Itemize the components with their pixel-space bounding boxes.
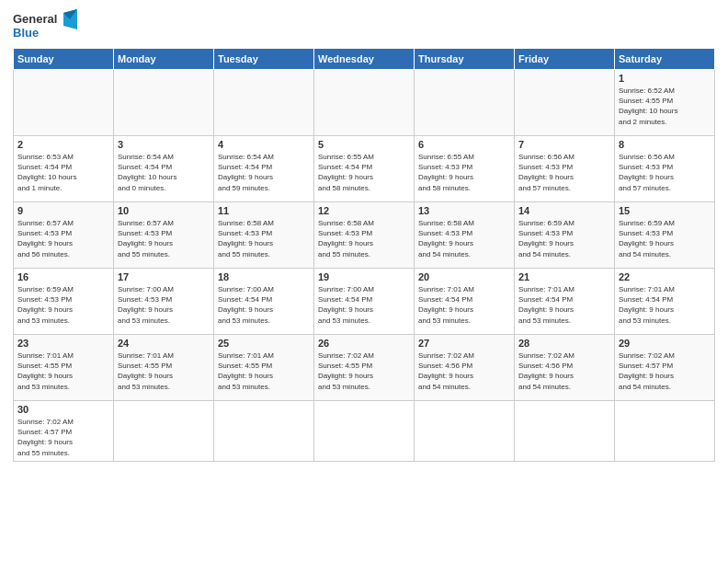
day-info: Sunrise: 7:01 AM Sunset: 4:55 PM Dayligh… <box>218 350 310 392</box>
day-number: 23 <box>17 338 109 349</box>
calendar-cell: 9Sunrise: 6:57 AM Sunset: 4:53 PM Daylig… <box>14 202 114 269</box>
svg-text:Blue: Blue <box>13 26 39 40</box>
calendar-week-row: 1Sunrise: 6:52 AM Sunset: 4:55 PM Daylig… <box>14 70 715 136</box>
day-number: 22 <box>619 271 711 282</box>
day-info: Sunrise: 6:53 AM Sunset: 4:54 PM Dayligh… <box>17 152 109 193</box>
day-info: Sunrise: 7:01 AM Sunset: 4:55 PM Dayligh… <box>118 350 210 392</box>
calendar-cell: 8Sunrise: 6:56 AM Sunset: 4:53 PM Daylig… <box>615 136 715 202</box>
calendar-cell: 21Sunrise: 7:01 AM Sunset: 4:54 PM Dayli… <box>515 269 615 335</box>
calendar-cell: 15Sunrise: 6:59 AM Sunset: 4:53 PM Dayli… <box>615 202 715 269</box>
weekday-header-friday: Friday <box>515 49 615 70</box>
day-info: Sunrise: 7:02 AM Sunset: 4:57 PM Dayligh… <box>619 350 711 392</box>
weekday-header-sunday: Sunday <box>14 49 114 70</box>
calendar-cell: 22Sunrise: 7:01 AM Sunset: 4:54 PM Dayli… <box>615 269 715 335</box>
day-number: 14 <box>518 205 610 216</box>
calendar-cell: 14Sunrise: 6:59 AM Sunset: 4:53 PM Dayli… <box>515 202 615 269</box>
calendar-cell: 19Sunrise: 7:00 AM Sunset: 4:54 PM Dayli… <box>314 269 415 335</box>
calendar-cell: 29Sunrise: 7:02 AM Sunset: 4:57 PM Dayli… <box>615 335 715 401</box>
calendar-cell: 10Sunrise: 6:57 AM Sunset: 4:53 PM Dayli… <box>114 202 214 269</box>
day-number: 19 <box>318 271 410 282</box>
day-info: Sunrise: 6:55 AM Sunset: 4:54 PM Dayligh… <box>318 152 410 193</box>
day-info: Sunrise: 6:54 AM Sunset: 4:54 PM Dayligh… <box>118 152 210 193</box>
day-number: 1 <box>619 73 711 84</box>
calendar-cell: 23Sunrise: 7:01 AM Sunset: 4:55 PM Dayli… <box>14 335 114 401</box>
calendar-cell: 30Sunrise: 7:02 AM Sunset: 4:57 PM Dayli… <box>14 401 114 462</box>
day-info: Sunrise: 6:57 AM Sunset: 4:53 PM Dayligh… <box>17 218 109 259</box>
weekday-header-row: SundayMondayTuesdayWednesdayThursdayFrid… <box>14 49 715 70</box>
calendar-cell <box>314 401 415 462</box>
day-number: 18 <box>218 271 310 282</box>
calendar-cell: 16Sunrise: 6:59 AM Sunset: 4:53 PM Dayli… <box>14 269 114 335</box>
day-number: 16 <box>17 271 109 282</box>
day-number: 21 <box>518 271 610 282</box>
calendar-cell: 24Sunrise: 7:01 AM Sunset: 4:55 PM Dayli… <box>114 335 214 401</box>
day-info: Sunrise: 6:58 AM Sunset: 4:53 PM Dayligh… <box>418 218 510 259</box>
day-info: Sunrise: 7:02 AM Sunset: 4:55 PM Dayligh… <box>318 350 410 392</box>
day-info: Sunrise: 7:01 AM Sunset: 4:54 PM Dayligh… <box>619 284 711 326</box>
day-info: Sunrise: 7:02 AM Sunset: 4:57 PM Dayligh… <box>17 417 109 458</box>
day-number: 12 <box>318 205 410 216</box>
day-info: Sunrise: 6:59 AM Sunset: 4:53 PM Dayligh… <box>619 218 711 259</box>
day-number: 13 <box>418 205 510 216</box>
day-number: 11 <box>218 205 310 216</box>
calendar-cell: 3Sunrise: 6:54 AM Sunset: 4:54 PM Daylig… <box>114 136 214 202</box>
calendar-week-row: 9Sunrise: 6:57 AM Sunset: 4:53 PM Daylig… <box>14 202 715 269</box>
calendar-cell: 1Sunrise: 6:52 AM Sunset: 4:55 PM Daylig… <box>615 70 715 136</box>
day-info: Sunrise: 6:57 AM Sunset: 4:53 PM Dayligh… <box>118 218 210 259</box>
calendar-cell: 17Sunrise: 7:00 AM Sunset: 4:53 PM Dayli… <box>114 269 214 335</box>
calendar-cell: 20Sunrise: 7:01 AM Sunset: 4:54 PM Dayli… <box>415 269 515 335</box>
calendar-week-row: 2Sunrise: 6:53 AM Sunset: 4:54 PM Daylig… <box>14 136 715 202</box>
calendar-cell: 4Sunrise: 6:54 AM Sunset: 4:54 PM Daylig… <box>214 136 314 202</box>
calendar-cell <box>415 401 515 462</box>
day-number: 3 <box>118 139 210 150</box>
calendar-cell <box>114 70 214 136</box>
weekday-header-saturday: Saturday <box>615 49 715 70</box>
calendar-cell <box>14 70 114 136</box>
day-info: Sunrise: 7:00 AM Sunset: 4:54 PM Dayligh… <box>218 284 310 326</box>
calendar-cell: 27Sunrise: 7:02 AM Sunset: 4:56 PM Dayli… <box>415 335 515 401</box>
calendar-week-row: 23Sunrise: 7:01 AM Sunset: 4:55 PM Dayli… <box>14 335 715 401</box>
day-info: Sunrise: 6:58 AM Sunset: 4:53 PM Dayligh… <box>218 218 310 259</box>
day-number: 2 <box>17 139 109 150</box>
day-info: Sunrise: 7:02 AM Sunset: 4:56 PM Dayligh… <box>418 350 510 392</box>
day-info: Sunrise: 6:56 AM Sunset: 4:53 PM Dayligh… <box>619 152 711 193</box>
day-info: Sunrise: 6:59 AM Sunset: 4:53 PM Dayligh… <box>518 218 610 259</box>
day-number: 7 <box>518 139 610 150</box>
svg-text:General: General <box>13 12 57 26</box>
day-info: Sunrise: 6:55 AM Sunset: 4:53 PM Dayligh… <box>418 152 510 193</box>
day-info: Sunrise: 7:02 AM Sunset: 4:56 PM Dayligh… <box>518 350 610 392</box>
day-number: 5 <box>318 139 410 150</box>
calendar-cell: 7Sunrise: 6:56 AM Sunset: 4:53 PM Daylig… <box>515 136 615 202</box>
calendar-cell: 28Sunrise: 7:02 AM Sunset: 4:56 PM Dayli… <box>515 335 615 401</box>
generalblue-logo: General Blue <box>13 9 77 44</box>
day-info: Sunrise: 6:52 AM Sunset: 4:55 PM Dayligh… <box>619 86 711 127</box>
calendar-cell <box>114 401 214 462</box>
day-info: Sunrise: 7:00 AM Sunset: 4:53 PM Dayligh… <box>118 284 210 326</box>
calendar-cell: 11Sunrise: 6:58 AM Sunset: 4:53 PM Dayli… <box>214 202 314 269</box>
day-number: 28 <box>518 338 610 349</box>
day-info: Sunrise: 7:01 AM Sunset: 4:54 PM Dayligh… <box>418 284 510 326</box>
calendar-cell <box>415 70 515 136</box>
day-info: Sunrise: 6:59 AM Sunset: 4:53 PM Dayligh… <box>17 284 109 326</box>
day-number: 25 <box>218 338 310 349</box>
day-info: Sunrise: 7:01 AM Sunset: 4:55 PM Dayligh… <box>17 350 109 392</box>
calendar-cell: 18Sunrise: 7:00 AM Sunset: 4:54 PM Dayli… <box>214 269 314 335</box>
calendar-cell: 6Sunrise: 6:55 AM Sunset: 4:53 PM Daylig… <box>415 136 515 202</box>
day-number: 15 <box>619 205 711 216</box>
day-number: 27 <box>418 338 510 349</box>
weekday-header-thursday: Thursday <box>415 49 515 70</box>
day-number: 9 <box>17 205 109 216</box>
calendar-page: General Blue SundayMondayTuesdayWednesda… <box>0 0 728 563</box>
calendar-cell <box>214 70 314 136</box>
calendar-table: SundayMondayTuesdayWednesdayThursdayFrid… <box>13 48 715 462</box>
day-number: 26 <box>318 338 410 349</box>
calendar-cell <box>515 401 615 462</box>
calendar-cell: 12Sunrise: 6:58 AM Sunset: 4:53 PM Dayli… <box>314 202 415 269</box>
calendar-cell <box>314 70 415 136</box>
logo: General Blue <box>13 9 77 44</box>
day-number: 24 <box>118 338 210 349</box>
day-number: 20 <box>418 271 510 282</box>
calendar-week-row: 16Sunrise: 6:59 AM Sunset: 4:53 PM Dayli… <box>14 269 715 335</box>
day-number: 17 <box>118 271 210 282</box>
day-number: 10 <box>118 205 210 216</box>
